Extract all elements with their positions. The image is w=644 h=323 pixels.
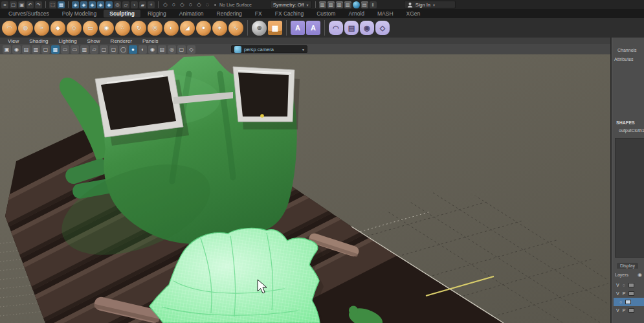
scrape-tool[interactable]: ◢ <box>180 21 195 36</box>
select-camera-icon[interactable]: ▣ <box>3 45 11 54</box>
shelf-tab-sculpting[interactable]: Sculpting <box>104 10 140 17</box>
redo-icon[interactable]: ↷ <box>35 1 42 8</box>
panel-menu-renderer[interactable]: Renderer <box>111 38 132 44</box>
wax-tool[interactable]: ◐ <box>164 21 179 36</box>
snap-to-grid-icon[interactable]: ◈ <box>72 1 79 8</box>
safe-action-icon[interactable]: ▢ <box>100 45 108 54</box>
layer-color-chip[interactable] <box>628 291 634 296</box>
panel-menu-shading[interactable]: Shading <box>29 38 48 44</box>
select-mask-joint-icon[interactable]: ○ <box>170 1 177 8</box>
textured-mode-icon[interactable]: ◐ <box>139 45 147 54</box>
snap-to-projected-center-icon[interactable]: ◈ <box>97 1 104 8</box>
snap-to-view-plane-icon[interactable]: ◈ <box>105 1 113 8</box>
new-scene-icon[interactable]: ▢ <box>10 1 17 8</box>
channel-values-area[interactable] <box>615 138 644 258</box>
pause-viewport-icon[interactable]: ‖ <box>370 1 377 8</box>
grid-icon[interactable]: ▦ <box>51 45 60 54</box>
render-current-frame-icon[interactable]: ▥ <box>319 1 326 8</box>
layer-row-4[interactable]: VP <box>614 306 644 315</box>
soft-select-tool[interactable]: ◠ <box>329 21 343 35</box>
camera-attributes-icon[interactable]: ▤ <box>22 45 30 54</box>
collapse-arrow-icon[interactable]: ‹ <box>131 1 138 8</box>
viewport-3d[interactable] <box>0 54 610 323</box>
select-mask-handle-icon[interactable]: ◇ <box>162 1 169 8</box>
layer-visibility[interactable]: V <box>616 308 619 313</box>
output-connections-icon[interactable]: ▰ <box>139 1 146 8</box>
select-mask-deformation-icon[interactable]: ◇ <box>195 1 203 8</box>
layer-visibility[interactable]: V <box>616 283 619 287</box>
panel-menu-view[interactable]: View <box>8 38 19 44</box>
image-plane-icon[interactable]: ▢ <box>41 45 50 54</box>
layer-playback[interactable]: P <box>623 308 626 313</box>
film-gate-icon[interactable]: ▭ <box>61 45 69 54</box>
type-editor[interactable]: A <box>306 21 320 35</box>
shelf-tab-poly-modeling[interactable]: Poly Modeling <box>56 10 102 17</box>
shelf-tab-fx[interactable]: FX <box>249 10 268 17</box>
shadows-icon[interactable]: ▤ <box>158 45 166 54</box>
shelf-tab-animation[interactable]: Animation <box>173 10 210 17</box>
select-by-hierarchy-icon[interactable]: ⬚ <box>49 1 56 8</box>
select-mask-dynamic-icon[interactable]: ◌ <box>204 1 211 8</box>
make-object-live-icon[interactable]: ◎ <box>114 1 121 8</box>
lock-camera-icon[interactable]: ◉ <box>12 45 21 54</box>
freeze-selection-tool[interactable]: ⊛ <box>252 21 267 36</box>
construction-history-icon[interactable]: + <box>148 1 155 8</box>
screen-space-ao-icon[interactable]: ◎ <box>168 45 176 54</box>
select-mask-curve-icon[interactable]: ◇ <box>179 1 186 8</box>
layer-color-chip[interactable] <box>628 308 634 313</box>
safe-title-icon[interactable]: ▢ <box>109 45 118 54</box>
menu-icon[interactable]: ≡ <box>1 1 8 8</box>
layer-row-2[interactable]: VP <box>614 289 644 298</box>
select-mask-surface-icon[interactable]: ○ <box>187 1 194 8</box>
layer-visibility[interactable]: V <box>616 291 619 296</box>
pinch-tool[interactable]: ◇ <box>67 21 82 36</box>
smooth-tool[interactable]: ◍ <box>18 21 33 36</box>
repeat-tool[interactable]: ↻ <box>131 21 146 36</box>
attributes-menu[interactable]: Attributes <box>614 57 634 61</box>
shelf-tab-rendering[interactable]: Rendering <box>211 10 248 17</box>
undo-icon[interactable]: ↶ <box>27 1 34 8</box>
render-settings-icon[interactable]: ▥ <box>336 1 343 8</box>
sculpt-panel[interactable]: ▦ <box>268 21 282 35</box>
render-sequence-icon[interactable]: ▥ <box>344 1 351 8</box>
shelf-tab-xgen[interactable]: XGen <box>401 10 427 17</box>
use-all-lights-icon[interactable]: ◉ <box>148 45 157 54</box>
snap-to-point-icon[interactable]: ◈ <box>89 1 96 8</box>
shelf-tab-rigging[interactable]: Rigging <box>142 10 172 17</box>
light-editor-icon[interactable]: ▤ <box>361 1 368 8</box>
fill-tool[interactable]: ● <box>196 21 211 36</box>
shelf-tab-arnold[interactable]: Arnold <box>342 10 370 17</box>
layers-menu[interactable]: Layers <box>615 273 628 277</box>
hypershade-icon[interactable]: ● <box>353 1 360 8</box>
relax-tool[interactable]: ≈ <box>34 21 49 36</box>
shelf-tab-curves-surfaces[interactable]: Curves/Surfaces <box>3 10 55 17</box>
flatten-tool[interactable]: ▭ <box>83 21 98 36</box>
wireframe-icon[interactable]: ◯ <box>119 45 128 54</box>
resolution-gate-icon[interactable]: ▭ <box>71 45 79 54</box>
layer-playback[interactable]: ○ <box>623 283 625 287</box>
smear-tool[interactable]: ∿ <box>228 21 243 36</box>
camera-selector-dropdown[interactable]: persp camera ▾ <box>231 45 307 53</box>
layer-options-icon[interactable]: ◉ <box>638 272 642 278</box>
isolate-select-icon[interactable]: ▢ <box>177 45 186 54</box>
display-tab[interactable]: Display <box>617 263 638 269</box>
ipr-render-icon[interactable]: ▥ <box>328 1 335 8</box>
shelf-tab-fx-caching[interactable]: FX Caching <box>269 10 309 17</box>
sign-in-dropdown[interactable]: Sign In ▾ <box>404 1 456 8</box>
spray-tool[interactable]: ∴ <box>115 21 130 36</box>
snap-to-curve-icon[interactable]: ◈ <box>80 1 87 8</box>
xray-icon[interactable]: ◇ <box>187 45 195 54</box>
imprint-tool[interactable]: ◎ <box>148 21 162 36</box>
symmetry-dropdown[interactable]: Symmetry: Off ▾ <box>270 1 312 8</box>
channels-menu[interactable]: Channels <box>617 48 637 52</box>
bookmarks-icon[interactable]: ▥ <box>32 45 40 54</box>
shelf-tab-custom[interactable]: Custom <box>311 10 341 17</box>
gate-mask-icon[interactable]: ▥ <box>80 45 89 54</box>
stamp-panel[interactable]: ▤ <box>344 21 359 35</box>
shaded-mode-icon[interactable]: ● <box>129 45 137 54</box>
grab-tool[interactable]: ◆ <box>50 21 65 36</box>
knife-tool[interactable]: ∗ <box>212 21 227 36</box>
clone-tool[interactable]: ◉ <box>360 21 374 35</box>
panel-menu-lighting[interactable]: Lighting <box>59 38 77 44</box>
panel-menu-show[interactable]: Show <box>87 38 100 44</box>
